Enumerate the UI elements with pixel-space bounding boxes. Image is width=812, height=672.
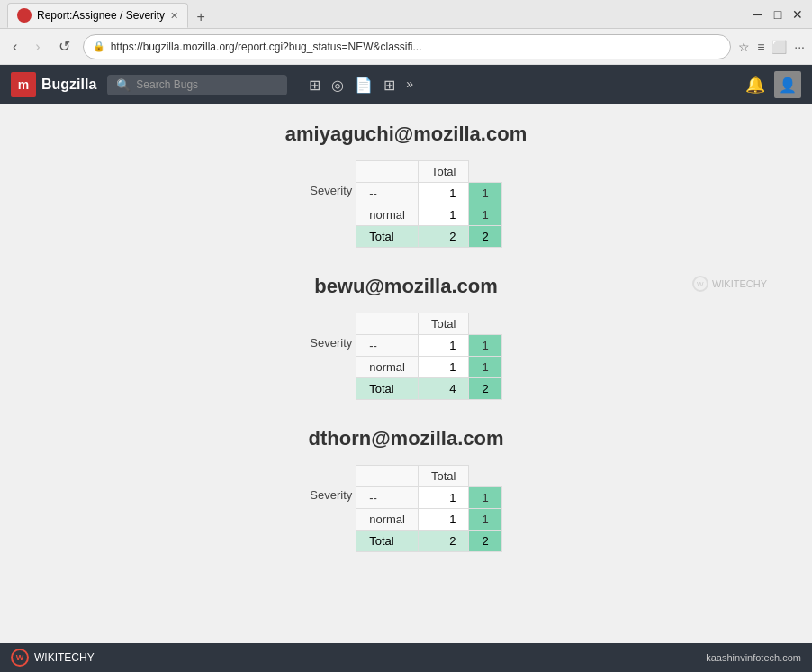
total-row-0: Total 2 2 <box>356 226 501 248</box>
tab-favicon <box>17 8 32 23</box>
nav-icons: ☆ ≡ ⬜ ··· <box>738 40 805 54</box>
user-avatar[interactable]: 👤 <box>774 71 801 98</box>
total-total-1: 2 <box>469 378 501 400</box>
row-total-1-1: 1 <box>469 357 501 378</box>
row-label-1-1: normal <box>356 357 419 378</box>
user-email-0: amiyaguchi@mozilla.com <box>285 123 527 146</box>
grid-icon[interactable]: ⊞ <box>383 77 395 94</box>
table-row: normal 1 1 <box>356 357 501 378</box>
nav-bar: ‹ › ↺ 🔒 https://bugzilla.mozilla.org/rep… <box>0 29 812 65</box>
minimize-button[interactable]: ─ <box>751 7 765 22</box>
col-header-empty-2 <box>356 466 419 487</box>
total-value-1: 4 <box>419 378 469 400</box>
table-wrapper-0: Severity Total -- 1 1 normal <box>310 160 501 248</box>
new-tab-button[interactable]: + <box>190 6 212 28</box>
bookmark-star-button[interactable]: ☆ <box>738 40 750 54</box>
url-bar[interactable]: 🔒 https://bugzilla.mozilla.org/report.cg… <box>83 34 732 59</box>
avatar-icon: 👤 <box>779 77 797 94</box>
user-email-2: dthorn@mozilla.com <box>308 427 503 450</box>
row-total-2-0: 1 <box>469 487 501 509</box>
row-value-1-1: 1 <box>419 357 469 378</box>
url-text: https://bugzilla.mozilla.org/report.cgi?… <box>111 41 722 53</box>
col-header-total-0: Total <box>419 161 469 183</box>
menu-button[interactable]: ··· <box>794 40 805 54</box>
maximize-button[interactable]: □ <box>771 7 785 22</box>
row-total-1-0: 1 <box>469 335 501 357</box>
total-row-1: Total 4 2 <box>356 378 501 400</box>
watermark-text: WIKITECHY <box>712 278 767 289</box>
col-header-empty-1 <box>356 313 419 335</box>
search-tool-icon[interactable]: ◎ <box>331 77 344 94</box>
table-wrapper-2: Severity Total -- 1 1 normal <box>310 465 501 552</box>
row-value-1-0: 1 <box>419 335 469 357</box>
row-label-0-0: -- <box>356 183 419 204</box>
bz-tools: ⊞ ◎ 📄 ⊞ » <box>309 77 413 94</box>
window-controls: ─ □ ✕ <box>751 7 805 22</box>
col-header-total-1: Total <box>419 313 469 335</box>
total-total-2: 2 <box>469 531 501 552</box>
wikitechy-logo-icon: W <box>11 649 29 667</box>
refresh-button[interactable]: ↺ <box>53 36 76 57</box>
watermark-icon: W <box>692 276 708 292</box>
bottom-right-text: kaashinvinfotech.com <box>706 652 801 663</box>
search-input[interactable] <box>136 78 278 91</box>
search-bar[interactable]: 🔍 <box>107 75 287 95</box>
severity-label-2: Severity <box>310 465 356 502</box>
bottom-brand: WIKITECHY <box>34 651 95 664</box>
report-table-0: Total -- 1 1 normal 1 1 Total <box>356 160 501 248</box>
total-label-2: Total <box>356 531 419 552</box>
active-tab[interactable]: Report:Assignee / Severity ✕ <box>7 3 188 28</box>
bugs-icon[interactable]: ⊞ <box>309 77 320 94</box>
total-total-0: 2 <box>469 226 501 248</box>
bugzilla-logo-box: m <box>11 72 36 97</box>
more-icon[interactable]: » <box>406 77 413 94</box>
bz-right-tools: 🔔 👤 <box>745 71 801 98</box>
screenshot-button[interactable]: ⬜ <box>771 40 787 54</box>
user-section-0: amiyaguchi@mozilla.com Severity Total --… <box>0 123 812 248</box>
tab-area: Report:Assignee / Severity ✕ + <box>7 0 212 28</box>
title-bar: Report:Assignee / Severity ✕ + ─ □ ✕ <box>0 0 812 29</box>
user-section-1: bewu@mozilla.com Severity Total -- 1 1 <box>0 275 812 400</box>
forward-button[interactable]: › <box>30 37 45 57</box>
file-icon[interactable]: 📄 <box>355 77 373 94</box>
bugzilla-toolbar: m Bugzilla 🔍 ⊞ ◎ 📄 ⊞ » 🔔 👤 <box>0 65 812 104</box>
report-table-2: Total -- 1 1 normal 1 1 Total <box>356 465 501 552</box>
bottom-bar: W WIKITECHY kaashinvinfotech.com <box>0 643 812 672</box>
user-section-2: dthorn@mozilla.com Severity Total -- 1 1 <box>0 427 812 552</box>
col-header-empty-0 <box>356 161 419 183</box>
row-value-0-0: 1 <box>419 183 469 204</box>
col-header-total-2: Total <box>419 466 469 487</box>
row-label-2-1: normal <box>356 509 419 531</box>
table-row: normal 1 1 <box>356 204 501 226</box>
total-value-0: 2 <box>419 226 469 248</box>
row-value-2-0: 1 <box>419 487 469 509</box>
row-label-2-0: -- <box>356 487 419 509</box>
bugzilla-logo[interactable]: m Bugzilla <box>11 72 96 97</box>
row-value-0-1: 1 <box>419 204 469 226</box>
user-email-1: bewu@mozilla.com <box>314 275 498 298</box>
table-row: normal 1 1 <box>356 509 501 531</box>
lock-icon: 🔒 <box>93 41 105 52</box>
bottom-left: W WIKITECHY <box>11 649 95 667</box>
row-value-2-1: 1 <box>419 509 469 531</box>
main-content: W WIKITECHY amiyaguchi@mozilla.com Sever… <box>0 104 812 643</box>
notification-bell-icon[interactable]: 🔔 <box>745 75 765 95</box>
row-total-0-0: 1 <box>469 183 501 204</box>
row-label-1-0: -- <box>356 335 419 357</box>
wt-logo-letter: W <box>16 653 24 662</box>
table-wrapper-1: Severity Total -- 1 1 normal <box>310 313 501 400</box>
table-row: -- 1 1 <box>356 335 501 357</box>
close-button[interactable]: ✕ <box>790 7 805 22</box>
total-value-2: 2 <box>419 531 469 552</box>
reading-list-button[interactable]: ≡ <box>757 40 764 54</box>
back-button[interactable]: ‹ <box>7 37 23 57</box>
search-icon: 🔍 <box>116 78 131 92</box>
report-table-1: Total -- 1 1 normal 1 1 Total <box>356 313 501 400</box>
tab-close-button[interactable]: ✕ <box>170 10 178 22</box>
table-row: -- 1 1 <box>356 487 501 509</box>
table-row: -- 1 1 <box>356 183 501 204</box>
row-label-0-1: normal <box>356 204 419 226</box>
logo-letter: m <box>18 77 29 92</box>
severity-label-0: Severity <box>310 160 356 197</box>
total-label-1: Total <box>356 378 419 400</box>
